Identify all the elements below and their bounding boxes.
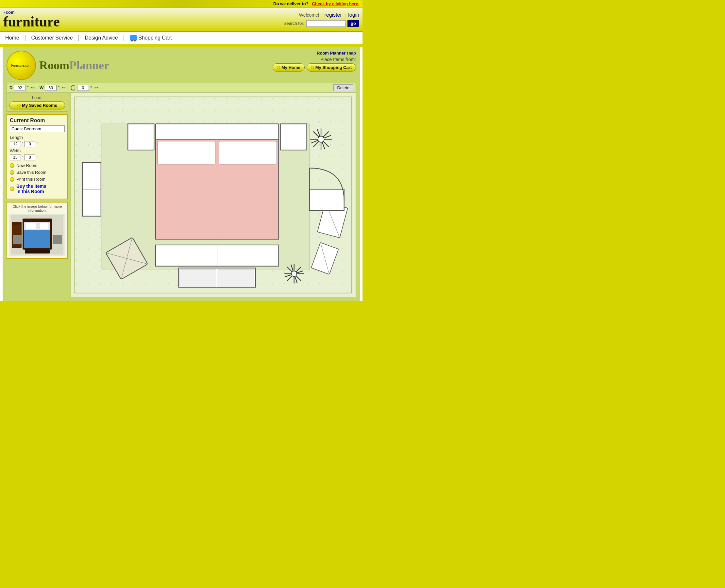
bed-preview-svg	[11, 215, 63, 254]
length-ft-input[interactable]	[10, 141, 21, 147]
width-label: Width	[10, 148, 23, 153]
svg-rect-21	[219, 141, 277, 164]
new-room-row: New Room	[10, 163, 65, 168]
depth-group: D " ↔	[9, 84, 36, 91]
logo-area: ●com furniture	[3, 10, 60, 29]
delivery-bar: Do we deliver to? Check by clicking here…	[0, 0, 363, 8]
save-room-label[interactable]: Save this Room	[16, 170, 46, 175]
login-link[interactable]: login	[348, 12, 359, 18]
rp-toolbar: D " ↔ W " ↔ ° ↔ Delete	[6, 83, 356, 93]
load-section: Load: My Saved Rooms	[6, 93, 68, 112]
rotate-unit: °	[90, 85, 92, 90]
rp-canvas[interactable]	[71, 93, 356, 297]
rp-logo-text: RoomPlanner	[39, 60, 109, 71]
w-arrow: ↔	[61, 84, 67, 91]
buy-items-label[interactable]: Buy the Itemsin this Room	[16, 184, 46, 194]
room-canvas-svg	[71, 93, 356, 297]
nav-customer-service[interactable]: Customer Service	[26, 35, 77, 41]
room-planner-wrapper: Furniture.com RoomPlanner Room Planner H…	[3, 47, 360, 301]
length-in-input[interactable]	[24, 141, 35, 147]
width-inputs: ' "	[10, 154, 65, 161]
info-box-image[interactable]	[9, 214, 65, 256]
current-room-title: Current Room	[10, 118, 65, 124]
buy-items-row: Buy the Itemsin this Room	[10, 184, 65, 194]
info-box-label: Click the image below for more informati…	[9, 205, 65, 212]
svg-rect-20	[158, 141, 216, 164]
d-unit: "	[27, 85, 28, 90]
w-unit: "	[58, 85, 60, 90]
rp-room-label: RoomPlanner	[39, 60, 109, 71]
header-right: Welcome! register | login search for: go	[284, 12, 359, 27]
svg-rect-54	[218, 269, 254, 286]
rp-logo-circle: Furniture.com	[6, 50, 36, 80]
length-label: Length	[10, 135, 23, 140]
main-content: Furniture.com RoomPlanner Room Planner H…	[0, 47, 363, 301]
svg-rect-8	[40, 223, 48, 229]
length-inputs: ' "	[10, 141, 65, 147]
logo-main[interactable]: furniture	[3, 15, 60, 29]
place-items-label: Place Items from:	[273, 57, 356, 62]
cart-icon	[130, 35, 137, 41]
svg-rect-23	[280, 124, 307, 150]
svg-rect-12	[53, 235, 62, 244]
depth-input[interactable]	[14, 85, 25, 91]
svg-rect-22	[128, 124, 154, 150]
delivery-link[interactable]: Check by clicking here.	[312, 1, 359, 6]
register-link[interactable]: register	[324, 12, 342, 18]
width-ft-input[interactable]	[10, 154, 21, 161]
svg-point-44	[291, 271, 297, 276]
my-saved-rooms-button[interactable]: My Saved Rooms	[9, 101, 65, 109]
separator: |	[344, 13, 347, 18]
length-row: Length	[10, 135, 65, 140]
width-input[interactable]	[45, 85, 57, 91]
width-row: Width	[10, 148, 65, 153]
length-in-unit: "	[37, 142, 38, 146]
new-room-label[interactable]: New Room	[16, 163, 37, 168]
rotate-icon	[71, 85, 76, 90]
my-shopping-cart-button[interactable]: My Shopping Cart	[307, 63, 356, 71]
nav-shopping-cart[interactable]: Shopping Cart	[125, 35, 176, 41]
search-input[interactable]	[306, 20, 345, 27]
length-ft-unit: '	[22, 142, 23, 146]
print-room-label[interactable]: Print this Room	[16, 177, 45, 182]
go-button[interactable]: go	[347, 20, 359, 27]
rp-place-items: Room Planner Help Place Items from: My H…	[273, 50, 356, 71]
header-top-links: Welcome! register | login	[284, 12, 359, 18]
btn-dot-home	[277, 66, 280, 69]
place-buttons: My Home My Shopping Cart	[273, 63, 356, 71]
site-header: ●com furniture Welcome! register | login…	[0, 8, 363, 32]
svg-rect-9	[24, 230, 51, 248]
w-label: W	[40, 85, 43, 90]
cr-actions: New Room Save this Room Print this Room	[10, 163, 65, 194]
nav-design-advice[interactable]: Design Advice	[80, 35, 122, 41]
load-btn-dot	[17, 104, 21, 107]
search-label: search for:	[284, 21, 304, 26]
width-ft-unit: '	[22, 155, 23, 160]
rotate-group: ° ↔	[71, 84, 99, 91]
my-home-button[interactable]: My Home	[273, 63, 305, 71]
rotate-input[interactable]	[77, 85, 89, 91]
info-box: Click the image below for more informati…	[6, 202, 68, 259]
room-planner-help-link[interactable]: Room Planner Help	[273, 50, 356, 56]
rp-logo-area: Furniture.com RoomPlanner	[6, 50, 109, 80]
nav-home[interactable]: Home	[5, 35, 24, 41]
welcome-text: Welcome!	[299, 13, 319, 18]
save-room-dot	[10, 170, 14, 175]
search-row: search for: go	[284, 20, 359, 27]
room-name-input[interactable]	[10, 125, 65, 132]
nav-bar: Home | Customer Service | Design Advice …	[0, 32, 363, 44]
d-label: D	[9, 85, 13, 90]
rp-body: Load: My Saved Rooms Current Room Length	[6, 93, 356, 297]
footer	[0, 304, 363, 320]
width-in-input[interactable]	[24, 154, 35, 161]
new-room-dot	[10, 163, 14, 168]
delete-button[interactable]: Delete	[334, 84, 353, 91]
width-group: W " ↔	[40, 84, 67, 91]
d-arrow: ↔	[30, 84, 36, 91]
current-room-box: Current Room Length ' " Width	[6, 114, 68, 199]
delivery-label: Do we deliver to?	[273, 1, 308, 6]
print-room-dot	[10, 177, 14, 182]
rotate-arrow: ↔	[93, 84, 99, 91]
svg-point-30	[318, 136, 324, 142]
rp-sidebar: Load: My Saved Rooms Current Room Length	[6, 93, 68, 297]
